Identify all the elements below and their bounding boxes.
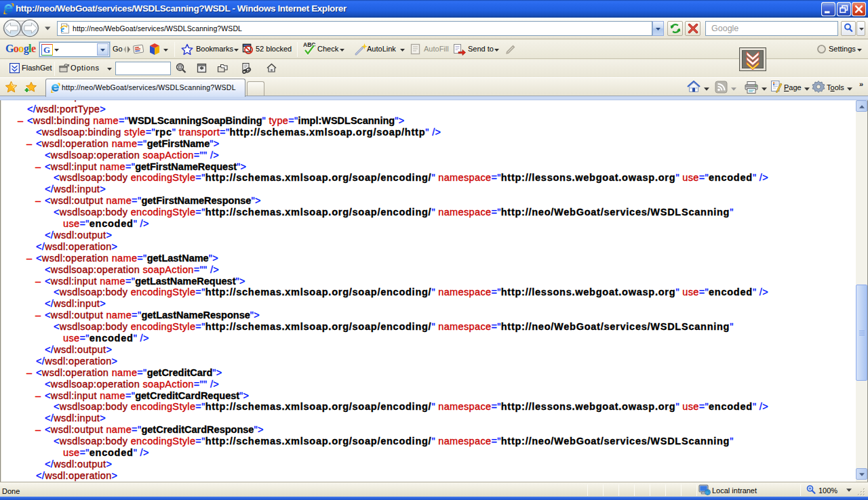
- svg-text:G: G: [43, 45, 50, 55]
